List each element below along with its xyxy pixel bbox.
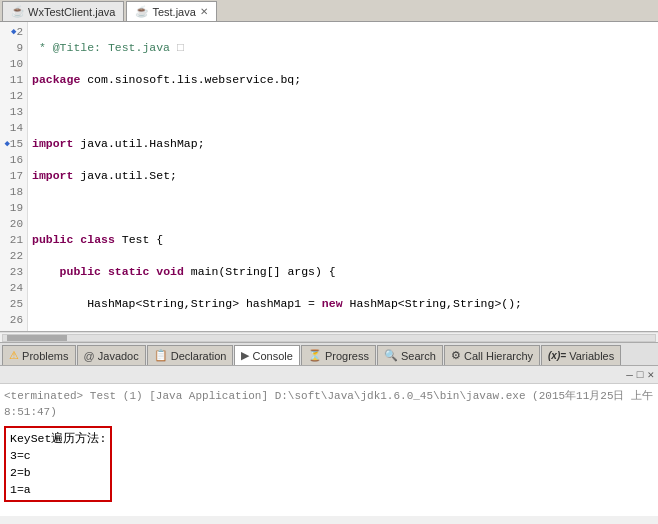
minimize-btn[interactable]: — <box>626 369 633 381</box>
tab-search[interactable]: 🔍 Search <box>377 345 443 365</box>
bottom-toolbar: — □ ✕ <box>0 366 658 384</box>
problems-icon: ⚠ <box>9 349 19 362</box>
tab-testjava[interactable]: ☕ Test.java ✕ <box>126 1 216 21</box>
tab-problems[interactable]: ⚠ Problems <box>2 345 76 365</box>
bottom-panel: ⚠ Problems @ Javadoc 📋 Declaration ▶ Con… <box>0 342 658 516</box>
output-line-3: 2=b <box>10 464 106 481</box>
tab-call-hierarchy[interactable]: ⚙ Call Hierarchy <box>444 345 540 365</box>
variables-icon: (x)= <box>548 350 566 361</box>
search-icon: 🔍 <box>384 349 398 362</box>
declaration-icon: 📋 <box>154 349 168 362</box>
bottom-tab-bar: ⚠ Problems @ Javadoc 📋 Declaration ▶ Con… <box>0 342 658 366</box>
maximize-btn[interactable]: □ <box>637 369 644 381</box>
file-icon: ☕ <box>135 5 149 18</box>
code-content[interactable]: * @Title: Test.java □ package com.sinoso… <box>28 22 658 331</box>
console-icon: ▶ <box>241 349 249 362</box>
tab-label: Test.java <box>152 6 195 18</box>
tab-wxtestclient[interactable]: ☕ WxTestClient.java <box>2 1 124 21</box>
console-output-box: KeySet遍历方法: 3=c 2=b 1=a <box>4 426 112 502</box>
editor-tab-bar: ☕ WxTestClient.java ☕ Test.java ✕ <box>0 0 658 22</box>
hierarchy-icon: ⚙ <box>451 349 461 362</box>
line-numbers: ◆2 9 10 11 12 13 14 ◆15 16 17 18 19 20 2… <box>0 22 28 331</box>
tab-progress[interactable]: ⏳ Progress <box>301 345 376 365</box>
tab-javadoc[interactable]: @ Javadoc <box>77 345 146 365</box>
progress-icon: ⏳ <box>308 349 322 362</box>
tab-console[interactable]: ▶ Console <box>234 345 299 365</box>
close-icon[interactable]: ✕ <box>200 6 208 17</box>
output-line-1: KeySet遍历方法: <box>10 430 106 447</box>
javadoc-icon: @ <box>84 350 95 362</box>
output-line-2: 3=c <box>10 447 106 464</box>
file-icon: ☕ <box>11 5 25 18</box>
output-line-4: 1=a <box>10 481 106 498</box>
console-output-area: <terminated> Test (1) [Java Application]… <box>0 384 658 516</box>
editor-scrollbar[interactable] <box>0 332 658 342</box>
close-btn[interactable]: ✕ <box>647 368 654 381</box>
code-editor: ◆2 9 10 11 12 13 14 ◆15 16 17 18 19 20 2… <box>0 22 658 332</box>
terminated-text: <terminated> Test (1) [Java Application]… <box>4 386 654 422</box>
tab-label: WxTestClient.java <box>28 6 115 18</box>
tab-declaration[interactable]: 📋 Declaration <box>147 345 234 365</box>
tab-variables[interactable]: (x)= Variables <box>541 345 621 365</box>
